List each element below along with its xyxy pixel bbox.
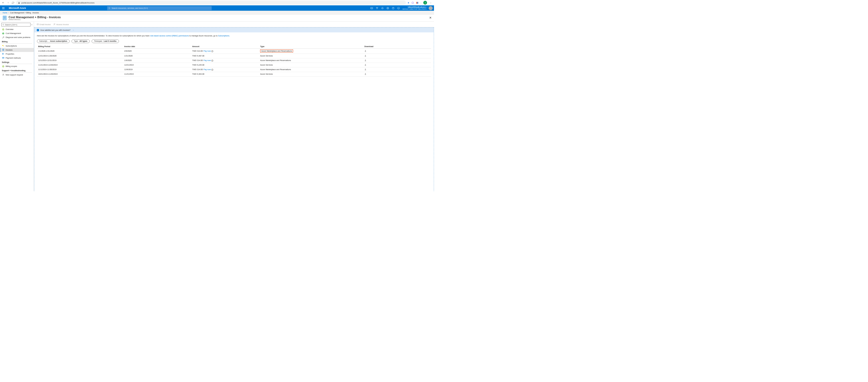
settings-gear-icon[interactable] [385, 5, 390, 11]
back-icon[interactable] [2, 1, 5, 4]
svg-point-36 [55, 24, 55, 24]
extension-icon-2[interactable] [416, 2, 418, 4]
sidebar-item-overview[interactable]: Overview [0, 27, 34, 31]
svg-point-0 [412, 2, 414, 4]
svg-rect-12 [3, 16, 6, 20]
account-email: billtest456tw@outlook.c... [402, 6, 428, 8]
feedback-icon[interactable] [396, 5, 401, 11]
breadcrumb-home[interactable]: Home [3, 12, 7, 14]
access-invoice-button[interactable]: Access Invoice [53, 23, 69, 26]
th-download[interactable]: Download [363, 44, 431, 49]
extension-icon-1[interactable] [411, 2, 414, 4]
svg-rect-1 [416, 2, 417, 4]
svg-rect-29 [2, 57, 4, 58]
sidebar-item-properties[interactable]: Properties [0, 52, 34, 56]
document-icon [2, 49, 4, 51]
download-icon[interactable] [364, 68, 367, 70]
pay-now-link[interactable]: Pay now [204, 69, 211, 70]
download-icon[interactable] [364, 73, 367, 75]
pay-now-link[interactable]: Pay now [204, 60, 211, 61]
global-search-input[interactable] [112, 7, 210, 9]
wrench-icon [2, 36, 4, 39]
chrome-profile-avatar[interactable]: J [423, 1, 427, 5]
th-invoice-date[interactable]: Invoice date [123, 44, 191, 49]
bookmark-star-icon[interactable]: ★ [407, 2, 409, 4]
feedback-banner[interactable]: i How satisfied are you with invoices? → [34, 28, 434, 32]
sidebar-item-billing-scopes[interactable]: Billing scopes [0, 64, 34, 68]
card-icon [2, 57, 4, 59]
info-icon: i [37, 29, 39, 31]
th-amount[interactable]: Amount [191, 44, 259, 49]
email-invoice-button[interactable]: Email Invoice [37, 23, 51, 26]
sidebar-item-invoices[interactable]: Invoices [0, 48, 34, 52]
invoices-blade-icon [2, 15, 7, 20]
forward-icon[interactable] [6, 1, 10, 4]
chrome-menu-icon[interactable]: ⋮ [429, 1, 432, 4]
cloud-shell-icon[interactable] [369, 5, 374, 11]
notifications-icon[interactable] [380, 5, 385, 11]
svg-point-6 [109, 7, 110, 8]
brand-label[interactable]: Microsoft Azure [6, 7, 28, 9]
help-icon[interactable] [390, 5, 396, 11]
properties-icon [2, 53, 4, 55]
download-icon[interactable] [364, 59, 367, 61]
command-bar: Email Invoice Access Invoice [34, 22, 434, 27]
info-icon[interactable]: i [211, 69, 213, 71]
breadcrumb: Home › Cost Management + Billing - Invoi… [0, 11, 434, 14]
sidebar: Search (Ctrl+/) « Overview $ Cost Manage… [0, 22, 34, 191]
global-search[interactable] [107, 6, 212, 10]
filter-pills: Subscript... : Azure subscription Type :… [34, 39, 434, 44]
table-row[interactable]: 10/21/2019-11/20/201911/21/2019TWD 9,363… [37, 72, 431, 76]
svg-point-19 [3, 29, 3, 30]
collapse-sidebar-button[interactable]: « [31, 24, 32, 26]
table-row[interactable]: 12/1/2019-12/31/20191/9/2020TWD 314.00Pa… [37, 58, 431, 63]
portal-menu-button[interactable] [0, 5, 6, 11]
filter-subscription[interactable]: Subscript... : Azure subscription [37, 39, 70, 43]
rbac-link[interactable]: role-based access control (RBAC) permiss… [150, 35, 189, 37]
pay-now-link[interactable]: Pay now [204, 50, 211, 52]
svg-point-35 [54, 24, 55, 24]
svg-text:$: $ [3, 33, 3, 34]
sidebar-header-settings: Settings [0, 60, 34, 64]
svg-rect-27 [3, 53, 3, 54]
address-bar[interactable]: portal.azure.com/#blade/Microsoft_Azure_… [16, 1, 406, 5]
account-menu[interactable]: billtest456tw@outlook.c... DEFAULT DIREC… [401, 6, 434, 10]
download-icon[interactable] [364, 50, 367, 52]
lock-icon [18, 2, 20, 4]
person-icon [53, 23, 56, 26]
filter-timespan[interactable]: Timespan : Last 3 months [92, 39, 119, 43]
account-directory: DEFAULT DIRECTORY (BILLTEST4... [402, 8, 428, 10]
browser-toolbar: portal.azure.com/#blade/Microsoft_Azure_… [0, 0, 434, 5]
page-subtitle: Default Directory [8, 19, 61, 20]
key-icon [2, 45, 4, 47]
svg-rect-28 [3, 53, 4, 54]
table-row[interactable]: 1/1/2020-1/31/20202/9/2020TWD 314.00Pay … [37, 48, 431, 54]
svg-rect-26 [2, 53, 3, 54]
table-row[interactable]: 11/21/2019-12/20/201912/21/2019TWD 9,229… [37, 63, 431, 67]
download-icon[interactable] [364, 55, 367, 57]
directory-filter-icon[interactable] [374, 5, 380, 11]
subscriptions-link[interactable]: Subscriptions. [218, 35, 230, 37]
sidebar-search[interactable]: Search (Ctrl+/) [1, 23, 31, 27]
filter-type[interactable]: Type : All types [71, 39, 90, 43]
reload-icon[interactable] [11, 1, 14, 4]
arrow-icon: → [72, 29, 74, 31]
sidebar-item-cost-management[interactable]: $ Cost Management [0, 31, 34, 35]
info-icon[interactable]: i [211, 60, 213, 62]
info-icon[interactable]: i [211, 50, 213, 52]
close-blade-button[interactable]: ✕ [429, 16, 432, 20]
svg-point-33 [3, 74, 3, 75]
sidebar-item-diagnose[interactable]: Diagnose and solve problems [0, 35, 34, 39]
table-row[interactable]: 11/1/2019-11/30/201912/9/2019TWD 314.00P… [37, 67, 431, 72]
sidebar-item-payment-methods[interactable]: Payment methods [0, 56, 34, 60]
sidebar-item-subscriptions[interactable]: Subscriptions [0, 44, 34, 48]
th-billing-period[interactable]: Billing Period [37, 44, 123, 49]
svg-point-11 [397, 7, 399, 9]
sidebar-item-new-support[interactable]: New support request [0, 73, 34, 77]
download-icon[interactable] [364, 64, 367, 66]
mail-icon [37, 23, 39, 26]
table-row[interactable]: 12/21/2019-1/20/20201/21/2020TWD 9,487.0… [37, 54, 431, 58]
svg-point-32 [3, 66, 3, 67]
th-type[interactable]: Type [259, 44, 363, 49]
azure-header: Microsoft Azure billtest456tw@outlook.c.… [0, 5, 434, 11]
